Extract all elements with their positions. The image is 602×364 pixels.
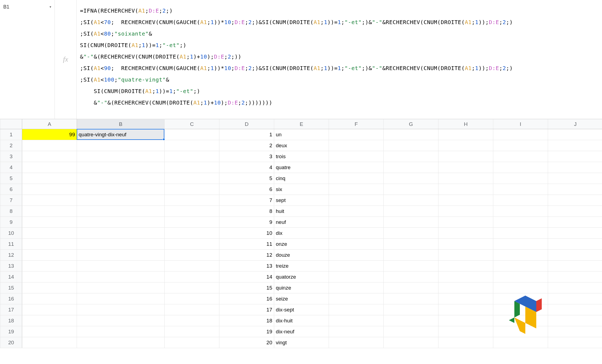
cell-g14[interactable] [384,271,438,282]
cell-d16[interactable]: 16 [219,293,274,304]
cell-a4[interactable] [22,162,77,173]
chevron-down-icon[interactable]: ▾ [50,5,51,9]
cell-b2[interactable] [77,140,165,151]
cell-j5[interactable] [548,173,602,184]
cell-j4[interactable] [548,162,602,173]
cell-e14[interactable]: quatorze [274,271,329,282]
cell-i15[interactable] [493,282,548,293]
cell-c12[interactable] [165,250,219,261]
cell-g13[interactable] [384,261,438,271]
row-header[interactable]: 6 [0,184,22,195]
cell-c7[interactable] [165,195,219,206]
cell-f3[interactable] [329,151,384,162]
cell-g3[interactable] [384,151,438,162]
cell-b16[interactable] [77,293,165,304]
cell-h19[interactable] [438,326,493,337]
cell-h17[interactable] [438,304,493,315]
cell-i4[interactable] [493,162,548,173]
cell-f5[interactable] [329,173,384,184]
cell-d18[interactable]: 18 [219,315,274,326]
cell-g19[interactable] [384,326,438,337]
cell-h7[interactable] [438,195,493,206]
cell-j6[interactable] [548,184,602,195]
cell-c14[interactable] [165,271,219,282]
cell-c13[interactable] [165,261,219,271]
cell-g17[interactable] [384,304,438,315]
cell-f7[interactable] [329,195,384,206]
cell-e16[interactable]: seize [274,293,329,304]
cell-j20[interactable] [548,337,602,348]
cell-d10[interactable]: 10 [219,228,274,239]
cell-a16[interactable] [22,293,77,304]
cell-i9[interactable] [493,217,548,228]
cell-c10[interactable] [165,228,219,239]
cell-d6[interactable]: 6 [219,184,274,195]
row-header[interactable]: 13 [0,261,22,271]
cell-d3[interactable]: 3 [219,151,274,162]
cell-f18[interactable] [329,315,384,326]
cell-j11[interactable] [548,239,602,250]
cell-i12[interactable] [493,250,548,261]
row-header[interactable]: 7 [0,195,22,206]
cell-c6[interactable] [165,184,219,195]
cell-j3[interactable] [548,151,602,162]
cell-e15[interactable]: quinze [274,282,329,293]
cell-j7[interactable] [548,195,602,206]
cell-h15[interactable] [438,282,493,293]
row-header[interactable]: 1 [0,129,22,140]
cell-e11[interactable]: onze [274,239,329,250]
column-header-d[interactable]: D [219,119,274,129]
cell-g1[interactable] [384,129,438,140]
cell-d17[interactable]: 17 [219,304,274,315]
cell-a3[interactable] [22,151,77,162]
cell-d12[interactable]: 12 [219,250,274,261]
row-header[interactable]: 15 [0,282,22,293]
cell-c5[interactable] [165,173,219,184]
cell-b9[interactable] [77,217,165,228]
row-header[interactable]: 18 [0,315,22,326]
cell-i13[interactable] [493,261,548,271]
cell-j15[interactable] [548,282,602,293]
cell-e6[interactable]: six [274,184,329,195]
cell-b11[interactable] [77,239,165,250]
cell-f11[interactable] [329,239,384,250]
cell-b10[interactable] [77,228,165,239]
cell-g18[interactable] [384,315,438,326]
cell-d20[interactable]: 20 [219,337,274,348]
row-header[interactable]: 2 [0,140,22,151]
column-header-b[interactable]: B [77,119,165,129]
cell-h8[interactable] [438,206,493,217]
cell-g12[interactable] [384,250,438,261]
cell-i3[interactable] [493,151,548,162]
row-header[interactable]: 10 [0,228,22,239]
cell-a17[interactable] [22,304,77,315]
cell-j16[interactable] [548,293,602,304]
cell-f6[interactable] [329,184,384,195]
cell-f15[interactable] [329,282,384,293]
cell-e8[interactable]: huit [274,206,329,217]
row-header[interactable]: 5 [0,173,22,184]
cell-b13[interactable] [77,261,165,271]
cell-h5[interactable] [438,173,493,184]
cell-h2[interactable] [438,140,493,151]
row-header[interactable]: 19 [0,326,22,337]
cell-e5[interactable]: cinq [274,173,329,184]
cell-b19[interactable] [77,326,165,337]
cell-g16[interactable] [384,293,438,304]
cell-f9[interactable] [329,217,384,228]
cell-a2[interactable] [22,140,77,151]
row-header[interactable]: 20 [0,337,22,348]
row-header[interactable]: 4 [0,162,22,173]
cell-d11[interactable]: 11 [219,239,274,250]
cell-d13[interactable]: 13 [219,261,274,271]
cell-e17[interactable]: dix-sept [274,304,329,315]
cell-h10[interactable] [438,228,493,239]
cell-g11[interactable] [384,239,438,250]
column-header-a[interactable]: A [22,119,77,129]
cell-d4[interactable]: 4 [219,162,274,173]
row-header[interactable]: 16 [0,293,22,304]
cell-b3[interactable] [77,151,165,162]
cell-h16[interactable] [438,293,493,304]
cell-a14[interactable] [22,271,77,282]
cell-h1[interactable] [438,129,493,140]
